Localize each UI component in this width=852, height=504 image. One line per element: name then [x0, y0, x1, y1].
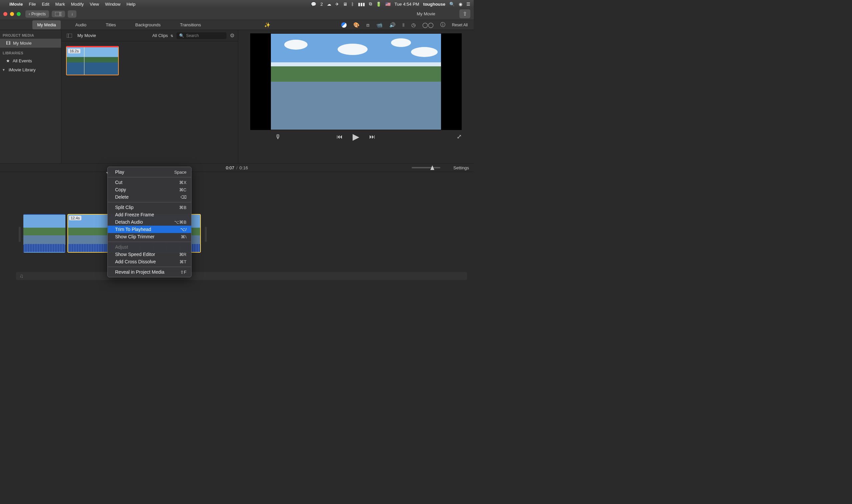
- menu-window[interactable]: Window: [105, 2, 120, 7]
- viewer-canvas[interactable]: [250, 33, 462, 130]
- total-time: 0:16: [240, 165, 248, 170]
- app-menu[interactable]: iMovie: [9, 2, 23, 7]
- timeline-handle-right[interactable]: [205, 227, 207, 242]
- window-zoom[interactable]: [17, 12, 21, 16]
- ctx-reveal-in-project-media[interactable]: Reveal in Project Media⇧F: [108, 268, 191, 276]
- svg-rect-1: [60, 12, 62, 16]
- separator: [108, 267, 191, 267]
- window-minimize[interactable]: [10, 12, 14, 16]
- filter-label: All Clips: [152, 33, 168, 38]
- color-correction-icon[interactable]: 🎨: [353, 22, 360, 28]
- tab-backgrounds[interactable]: Backgrounds: [131, 20, 166, 29]
- enhance-icon[interactable]: ✨: [264, 22, 271, 28]
- ctx-add-cross-dissolve[interactable]: Add Cross Dissolve⌘T: [108, 258, 191, 265]
- bluetooth-icon[interactable]: ᛒ: [351, 2, 354, 7]
- flag-icon[interactable]: 🇺🇸: [385, 2, 390, 7]
- updown-icon: ⇅: [171, 34, 173, 38]
- timeline-handle-left[interactable]: [19, 227, 21, 242]
- timeline-clip-1[interactable]: [23, 214, 65, 253]
- menu-view[interactable]: View: [90, 2, 99, 7]
- voiceover-button[interactable]: 🎙: [275, 133, 281, 140]
- stabilization-icon[interactable]: 📹: [376, 22, 383, 28]
- sidebar-item-imovie-library[interactable]: ▼ iMovie Library: [0, 65, 61, 74]
- music-track[interactable]: ♫: [16, 272, 467, 280]
- wechat-icon[interactable]: 💬: [311, 2, 316, 7]
- menu-modify[interactable]: Modify: [71, 2, 84, 7]
- svg-rect-0: [55, 12, 60, 16]
- play-button[interactable]: ▶: [353, 132, 359, 142]
- import-button[interactable]: ↓: [68, 10, 76, 18]
- ctx-split-clip[interactable]: Split Clip⌘B: [108, 204, 191, 211]
- browser-settings-button[interactable]: ⚙: [230, 32, 234, 39]
- media-clip-thumbnail[interactable]: 16.2s: [66, 46, 119, 75]
- crop-icon[interactable]: ⧈: [366, 22, 370, 28]
- menu-file[interactable]: File: [29, 2, 36, 7]
- sidebar-toggle-button[interactable]: [65, 32, 74, 39]
- clip-filter-dropdown[interactable]: All Clips ⇅: [152, 33, 173, 38]
- ctx-copy[interactable]: Copy⌘C: [108, 186, 191, 193]
- timeline[interactable]: 12.4s ♫: [0, 172, 474, 280]
- ctx-detach-audio[interactable]: Detach Audio⌥⌘B: [108, 218, 191, 226]
- library-list-button[interactable]: [52, 11, 65, 17]
- ctx-show-clip-trimmer[interactable]: Show Clip Trimmer⌘\: [108, 233, 191, 240]
- sidebar-item-all-events[interactable]: ★ All Events: [0, 56, 61, 65]
- chevron-left-icon: ‹: [29, 12, 30, 16]
- search-input[interactable]: 🔍 Search: [176, 32, 227, 39]
- battery-icon[interactable]: ▮▮▮: [358, 2, 365, 7]
- fullscreen-button[interactable]: ⤢: [457, 133, 462, 140]
- display-icon[interactable]: 🖥: [343, 2, 347, 7]
- ctx-cut[interactable]: Cut⌘X: [108, 179, 191, 186]
- status-icon-2[interactable]: ✈: [335, 2, 339, 7]
- tab-transitions[interactable]: Transitions: [175, 20, 206, 29]
- noise-reduction-icon[interactable]: ⫴: [402, 22, 405, 28]
- speed-icon[interactable]: ◷: [411, 22, 416, 28]
- info-icon[interactable]: ⓘ: [440, 22, 445, 28]
- sidebar-item-my-movie[interactable]: 🎞 My Movie: [0, 39, 61, 48]
- menu-help[interactable]: Help: [126, 2, 136, 7]
- time-display-bar: 0:07 / 0:16 Settings: [0, 163, 474, 172]
- ctx-delete[interactable]: Delete⌫: [108, 193, 191, 201]
- music-icon: ♫: [19, 273, 23, 279]
- tab-my-media[interactable]: My Media: [32, 20, 60, 29]
- viewer: 🎙 ⏮ ▶ ⏭ ⤢: [238, 30, 474, 163]
- film-icon: [55, 12, 62, 16]
- separator: [108, 202, 191, 202]
- prev-frame-button[interactable]: ⏮: [336, 133, 343, 140]
- status-icon-3[interactable]: ⧉: [369, 1, 372, 7]
- back-label: Projects: [31, 12, 46, 16]
- color-balance-icon[interactable]: [341, 22, 347, 28]
- next-frame-button[interactable]: ⏭: [369, 133, 375, 140]
- ctx-add-freeze-frame[interactable]: Add Freeze Frame: [108, 211, 191, 218]
- clip-filter-icon[interactable]: ◯◯: [422, 22, 434, 28]
- control-center-icon[interactable]: ☰: [466, 2, 470, 7]
- separator: [108, 242, 191, 242]
- tab-audio[interactable]: Audio: [71, 20, 91, 29]
- separator: [108, 177, 191, 177]
- audio-waveform: [24, 244, 65, 252]
- status-icon-1[interactable]: ☁: [327, 2, 331, 7]
- power-icon[interactable]: 🔋: [376, 2, 381, 7]
- sidebar-item-label: My Movie: [13, 41, 32, 46]
- ctx-trim-to-playhead[interactable]: Trim To Playhead⌥/: [108, 226, 191, 233]
- menubar: iMovie File Edit Mark Modify View Window…: [0, 0, 474, 8]
- back-to-projects-button[interactable]: ‹ Projects: [25, 10, 49, 18]
- ctx-show-speed-editor[interactable]: Show Speed Editor⌘R: [108, 251, 191, 258]
- timeline-settings-button[interactable]: Settings: [453, 165, 469, 170]
- zoom-slider[interactable]: [412, 167, 440, 168]
- clip-duration-badge: 12.4s: [69, 216, 82, 220]
- tab-titles[interactable]: Titles: [101, 20, 121, 29]
- user-menu[interactable]: toughouse: [423, 2, 445, 7]
- menu-edit[interactable]: Edit: [42, 2, 49, 7]
- ctx-play[interactable]: PlaySpace: [108, 168, 191, 176]
- menu-mark[interactable]: Mark: [55, 2, 65, 7]
- share-button[interactable]: ⇪: [459, 9, 470, 18]
- window-close[interactable]: [3, 12, 7, 16]
- reset-all-button[interactable]: Reset All: [452, 23, 468, 27]
- volume-icon[interactable]: 🔊: [389, 22, 396, 28]
- media-browser: My Movie All Clips ⇅ 🔍 Search ⚙ 16.2s: [62, 30, 238, 163]
- siri-icon[interactable]: ◉: [459, 2, 462, 7]
- clock[interactable]: Tue 4:54 PM: [395, 2, 419, 7]
- search-placeholder: Search: [186, 33, 199, 38]
- disclosure-triangle-icon[interactable]: ▼: [2, 68, 5, 72]
- spotlight-icon[interactable]: 🔍: [449, 2, 455, 7]
